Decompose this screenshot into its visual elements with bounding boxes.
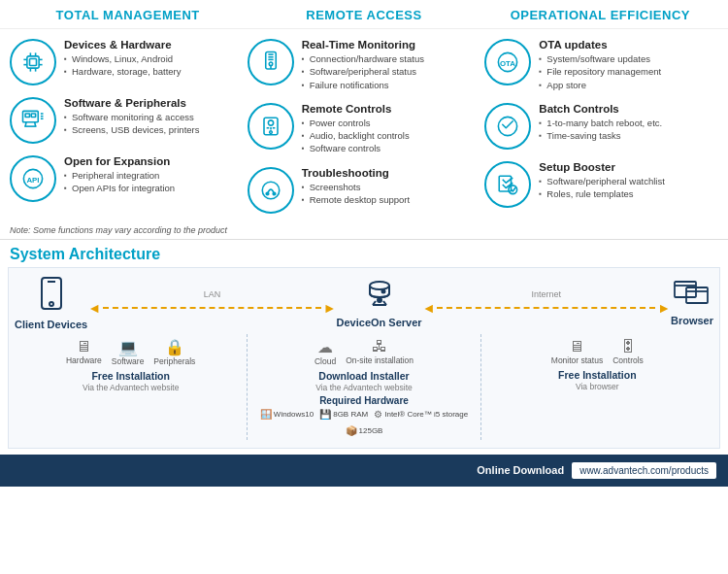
lan-label: LAN bbox=[204, 289, 221, 299]
cpu-icon: ⚙ bbox=[374, 409, 382, 420]
feature-realtime-bullet-3: Failure notifications bbox=[302, 79, 424, 91]
features-col-2: Real-Time Monitoring Connection/hardware… bbox=[246, 35, 483, 218]
arch-bottom-client: 🖥 Hardware 💻 Software 🔒 Peripherals Free… bbox=[15, 334, 248, 440]
hw-ram: 💾 8GB RAM bbox=[319, 409, 368, 420]
api-icon: API bbox=[10, 155, 56, 202]
arch-node-client: Client Devices bbox=[15, 276, 87, 330]
ram-icon: 💾 bbox=[319, 409, 331, 420]
architecture-diagram: Client Devices LAN ◄ ► bbox=[8, 267, 720, 449]
svg-text:API: API bbox=[26, 176, 39, 185]
architecture-title: System Architecture bbox=[10, 246, 718, 263]
feature-batch-text: Batch Controls 1-to-many batch reboot, e… bbox=[539, 103, 662, 143]
dashed-line-lan bbox=[103, 307, 321, 309]
feature-remote-text: Remote Controls Power controls Audio, ba… bbox=[302, 103, 410, 155]
feature-devices-text: Devices & Hardware Windows, Linux, Andro… bbox=[64, 39, 181, 79]
ram-label: 8GB RAM bbox=[333, 410, 368, 419]
feature-remote-bullet-3: Software controls bbox=[302, 142, 410, 154]
feature-devices-hardware: Devices & Hardware Windows, Linux, Andro… bbox=[8, 35, 246, 89]
col-header-total: Total Management bbox=[10, 8, 246, 24]
svg-rect-52 bbox=[686, 287, 708, 303]
peripherals-sub-icon: 🔒 Peripherals bbox=[153, 338, 195, 366]
feature-setup-booster: Setup Booster Software/peripheral watchl… bbox=[482, 157, 720, 212]
svg-point-44 bbox=[370, 282, 389, 289]
setup-icon bbox=[484, 161, 531, 208]
client-devices-label: Client Devices bbox=[15, 319, 87, 330]
svg-point-28 bbox=[268, 120, 273, 125]
svg-point-35 bbox=[273, 192, 276, 195]
feature-setup-bullet-1: Software/peripheral watchlist bbox=[539, 175, 664, 187]
internet-arrow-zone: Internet ◄ ► bbox=[422, 289, 671, 316]
feature-realtime-title: Real-Time Monitoring bbox=[302, 39, 424, 51]
monitor-status-sub-icon: 🖥 Monitor status bbox=[551, 338, 603, 365]
feature-expansion-text: Open for Expansion Peripheral integratio… bbox=[64, 155, 175, 195]
cloud-icon: ☁ bbox=[317, 338, 333, 356]
feature-devices-bullet-1: Windows, Linux, Android bbox=[64, 52, 181, 65]
client-install-sub: Via the Advantech website bbox=[83, 383, 180, 392]
hw-storage: 📦 125GB bbox=[346, 425, 383, 436]
arrow-right-internet: ► bbox=[657, 300, 671, 316]
software-sub-icon: 💻 Software bbox=[112, 338, 145, 366]
svg-point-40 bbox=[509, 186, 517, 194]
controls-sub-icon: 🎛 Controls bbox=[612, 338, 644, 365]
svg-point-33 bbox=[262, 182, 280, 199]
cpu-label: Intel® Core™ i5 storage bbox=[384, 410, 468, 419]
feature-realtime-monitoring: Real-Time Monitoring Connection/hardware… bbox=[246, 35, 483, 95]
lan-arrow-zone: LAN ◄ ► bbox=[87, 289, 336, 316]
svg-rect-50 bbox=[675, 282, 696, 297]
feature-realtime-bullet-1: Connection/hardware status bbox=[302, 52, 424, 65]
feature-batch-title: Batch Controls bbox=[539, 103, 662, 115]
svg-point-34 bbox=[266, 192, 269, 195]
feature-setup-text: Setup Booster Software/peripheral watchl… bbox=[539, 161, 664, 201]
feature-troubleshooting: Troubleshooting Screenshots Remote deskt… bbox=[246, 163, 483, 218]
controls-icon: 🎛 bbox=[620, 338, 636, 355]
feature-batch-bullet-2: Time-saving tasks bbox=[539, 129, 662, 142]
feature-devices-title: Devices & Hardware bbox=[64, 39, 181, 51]
browser-install-sub: Via browser bbox=[576, 382, 619, 391]
arch-top-row: Client Devices LAN ◄ ► bbox=[15, 276, 713, 330]
feature-realtime-bullet-2: Software/peripheral status bbox=[302, 65, 424, 78]
monitor-status-label: Monitor status bbox=[551, 355, 603, 365]
feature-expansion-title: Open for Expansion bbox=[64, 155, 175, 167]
arrow-left-lan: ◄ bbox=[87, 300, 101, 316]
svg-rect-9 bbox=[30, 59, 37, 66]
feature-trouble-bullet-2: Remote desktop support bbox=[302, 193, 411, 206]
hw-cpu: ⚙ Intel® Core™ i5 storage bbox=[374, 409, 468, 420]
svg-point-25 bbox=[269, 62, 273, 66]
ota-icon: OTA bbox=[484, 39, 531, 85]
cloud-sub-icon: ☁ Cloud bbox=[314, 338, 336, 366]
arch-node-browser: Browser bbox=[671, 280, 713, 326]
arrow-right-lan: ► bbox=[323, 300, 337, 316]
svg-point-42 bbox=[50, 302, 53, 306]
peripherals-icon: 🔒 bbox=[165, 338, 184, 356]
feature-remote-controls: Remote Controls Power controls Audio, ba… bbox=[246, 99, 483, 159]
svg-point-45 bbox=[381, 289, 384, 292]
server-sub-icons: ☁ Cloud 🖧 On-site installation bbox=[314, 338, 414, 366]
peripherals-label: Peripherals bbox=[153, 356, 195, 366]
feature-remote-bullet-1: Power controls bbox=[302, 117, 410, 129]
svg-point-46 bbox=[378, 298, 381, 302]
col-header-operational: Operational Efficiency bbox=[482, 8, 718, 24]
browser-icon bbox=[673, 280, 711, 313]
remote-icon bbox=[248, 103, 294, 150]
features-col-1: Devices & Hardware Windows, Linux, Andro… bbox=[8, 35, 246, 218]
windows-icon: 🪟 bbox=[260, 409, 272, 420]
internet-label: Internet bbox=[532, 289, 562, 299]
batch-icon bbox=[484, 103, 531, 150]
note-text: Note: Some functions may vary according … bbox=[0, 223, 728, 239]
internet-arrow: ◄ ► bbox=[422, 300, 671, 316]
feature-remote-title: Remote Controls bbox=[302, 103, 410, 115]
feature-trouble-bullet-1: Screenshots bbox=[302, 181, 411, 193]
svg-text:OTA: OTA bbox=[500, 59, 515, 68]
feature-remote-bullet-2: Audio, backlight controls bbox=[302, 129, 410, 142]
windows-label: Windows10 bbox=[274, 410, 314, 419]
server-install-label: Download Installer bbox=[318, 370, 409, 382]
features-section: Devices & Hardware Windows, Linux, Andro… bbox=[0, 29, 728, 223]
hardware-icon: 🖥 bbox=[76, 338, 91, 355]
onsite-icon: 🖧 bbox=[372, 338, 387, 355]
feature-batch-bullet-1: 1-to-many batch reboot, etc. bbox=[539, 117, 662, 129]
arch-bottom-browser: 🖥 Monitor status 🎛 Controls Free Install… bbox=[481, 334, 713, 440]
storage-icon: 📦 bbox=[346, 425, 357, 436]
browser-label: Browser bbox=[671, 315, 713, 326]
feature-ota-bullet-2: File repository management bbox=[539, 65, 661, 78]
req-hardware-label: Required Hardware bbox=[319, 395, 409, 406]
